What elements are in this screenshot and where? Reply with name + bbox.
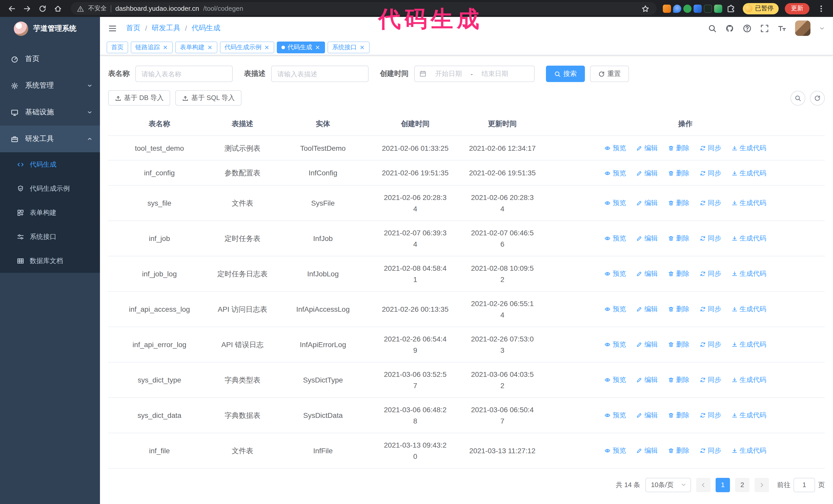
preview-link[interactable]: 预览 bbox=[604, 143, 626, 154]
browser-menu-button[interactable] bbox=[814, 2, 828, 15]
sidebar-item-home[interactable]: 首页 bbox=[0, 46, 100, 72]
tag-api[interactable]: 系统接口 bbox=[328, 41, 370, 53]
delete-link[interactable]: 删除 bbox=[668, 268, 689, 280]
toggle-search-button[interactable] bbox=[790, 91, 805, 105]
forward-button[interactable] bbox=[21, 2, 34, 15]
tag-tracing[interactable]: 链路追踪 bbox=[131, 41, 173, 53]
edit-link[interactable]: 编辑 bbox=[636, 167, 658, 179]
extension-icon-1[interactable] bbox=[663, 4, 671, 13]
date-range-picker[interactable]: 开始日期 - 结束日期 bbox=[414, 66, 535, 82]
edit-link[interactable]: 编辑 bbox=[636, 445, 658, 456]
next-page-button[interactable] bbox=[755, 478, 769, 492]
extensions-puzzle-button[interactable] bbox=[724, 2, 738, 15]
breadcrumb-home[interactable]: 首页 bbox=[126, 24, 140, 33]
bookmark-star-button[interactable] bbox=[640, 3, 650, 14]
sync-link[interactable]: 同步 bbox=[700, 197, 721, 209]
prev-page-button[interactable] bbox=[696, 478, 711, 492]
edit-link[interactable]: 编辑 bbox=[636, 410, 658, 421]
tag-home[interactable]: 首页 bbox=[106, 41, 128, 53]
preview-link[interactable]: 预览 bbox=[604, 410, 626, 421]
sync-link[interactable]: 同步 bbox=[700, 268, 721, 280]
sidebar-item-devtools[interactable]: 研发工具 bbox=[0, 126, 100, 152]
table-desc-input[interactable] bbox=[271, 66, 368, 82]
generate-code-link[interactable]: 生成代码 bbox=[732, 304, 766, 315]
sidebar-item-form-builder[interactable]: 表单构建 bbox=[0, 200, 100, 224]
import-db-button[interactable]: 基于 DB 导入 bbox=[108, 90, 170, 105]
page-button-2[interactable]: 2 bbox=[735, 478, 749, 492]
goto-page-input[interactable] bbox=[793, 478, 815, 492]
sidebar-collapse-button[interactable] bbox=[108, 24, 117, 32]
delete-link[interactable]: 删除 bbox=[668, 374, 689, 386]
generate-code-link[interactable]: 生成代码 bbox=[732, 374, 766, 386]
breadcrumb-devtools[interactable]: 研发工具 bbox=[152, 24, 181, 33]
help-button[interactable] bbox=[743, 24, 752, 32]
update-button[interactable]: 更新 bbox=[785, 3, 809, 14]
sidebar-item-system[interactable]: 系统管理 bbox=[0, 72, 100, 99]
font-size-button[interactable] bbox=[778, 24, 786, 32]
close-icon[interactable] bbox=[207, 44, 213, 50]
back-button[interactable] bbox=[5, 2, 19, 15]
profile-paused-chip[interactable]: 已暂停 bbox=[743, 3, 779, 14]
sync-link[interactable]: 同步 bbox=[700, 374, 721, 386]
extension-icon-2[interactable] bbox=[673, 4, 681, 13]
generate-code-link[interactable]: 生成代码 bbox=[732, 339, 766, 350]
app-logo[interactable]: 芋道管理系统 bbox=[0, 17, 100, 41]
sync-link[interactable]: 同步 bbox=[700, 339, 721, 350]
delete-link[interactable]: 删除 bbox=[668, 197, 689, 209]
preview-link[interactable]: 预览 bbox=[604, 304, 626, 315]
header-search-button[interactable] bbox=[708, 24, 717, 32]
delete-link[interactable]: 删除 bbox=[668, 339, 689, 350]
generate-code-link[interactable]: 生成代码 bbox=[732, 268, 766, 280]
generate-code-link[interactable]: 生成代码 bbox=[732, 197, 766, 209]
sync-link[interactable]: 同步 bbox=[700, 167, 721, 179]
sync-link[interactable]: 同步 bbox=[700, 143, 721, 154]
sync-link[interactable]: 同步 bbox=[700, 410, 721, 421]
delete-link[interactable]: 删除 bbox=[668, 167, 689, 179]
sidebar-item-codegen-example[interactable]: 代码生成示例 bbox=[0, 176, 100, 200]
extension-icon-3[interactable] bbox=[683, 4, 691, 13]
tag-codegen-example[interactable]: 代码生成示例 bbox=[220, 41, 274, 53]
reset-button[interactable]: 重置 bbox=[590, 66, 629, 82]
import-sql-button[interactable]: 基于 SQL 导入 bbox=[175, 90, 242, 105]
search-button[interactable]: 搜索 bbox=[546, 66, 585, 82]
close-icon[interactable] bbox=[315, 44, 320, 50]
sidebar-item-api[interactable]: 系统接口 bbox=[0, 224, 100, 249]
address-bar[interactable]: 不安全 dashboard.yudao.iocoder.cn/tool/code… bbox=[71, 2, 657, 15]
github-button[interactable] bbox=[725, 24, 734, 32]
generate-code-link[interactable]: 生成代码 bbox=[732, 233, 766, 244]
sidebar-item-codegen[interactable]: 代码生成 bbox=[0, 152, 100, 176]
delete-link[interactable]: 删除 bbox=[668, 304, 689, 315]
extension-icon-5[interactable] bbox=[704, 4, 712, 13]
edit-link[interactable]: 编辑 bbox=[636, 268, 658, 280]
page-button-1[interactable]: 1 bbox=[716, 478, 730, 492]
preview-link[interactable]: 预览 bbox=[604, 268, 626, 280]
close-icon[interactable] bbox=[264, 44, 270, 50]
close-icon[interactable] bbox=[163, 44, 168, 50]
edit-link[interactable]: 编辑 bbox=[636, 374, 658, 386]
table-name-input[interactable] bbox=[135, 66, 233, 82]
reload-button[interactable] bbox=[36, 2, 49, 15]
generate-code-link[interactable]: 生成代码 bbox=[732, 410, 766, 421]
tag-form-builder[interactable]: 表单构建 bbox=[175, 41, 217, 53]
sidebar-item-infra[interactable]: 基础设施 bbox=[0, 99, 100, 126]
user-avatar[interactable] bbox=[795, 21, 810, 36]
page-size-select[interactable]: 10条/页 bbox=[645, 478, 691, 492]
sync-link[interactable]: 同步 bbox=[700, 304, 721, 315]
home-button[interactable] bbox=[51, 2, 65, 15]
preview-link[interactable]: 预览 bbox=[604, 167, 626, 179]
delete-link[interactable]: 删除 bbox=[668, 410, 689, 421]
generate-code-link[interactable]: 生成代码 bbox=[732, 143, 766, 154]
extension-icon-6[interactable] bbox=[714, 4, 722, 13]
extension-icon-4[interactable] bbox=[694, 4, 702, 13]
fullscreen-button[interactable] bbox=[760, 24, 769, 32]
preview-link[interactable]: 预览 bbox=[604, 374, 626, 386]
generate-code-link[interactable]: 生成代码 bbox=[732, 445, 766, 456]
preview-link[interactable]: 预览 bbox=[604, 233, 626, 244]
edit-link[interactable]: 编辑 bbox=[636, 197, 658, 209]
sidebar-item-db-doc[interactable]: 数据库文档 bbox=[0, 249, 100, 273]
avatar-caret-down-icon[interactable] bbox=[819, 25, 825, 31]
tag-codegen[interactable]: 代码生成 bbox=[277, 41, 325, 53]
delete-link[interactable]: 删除 bbox=[668, 233, 689, 244]
edit-link[interactable]: 编辑 bbox=[636, 304, 658, 315]
close-icon[interactable] bbox=[359, 44, 365, 50]
